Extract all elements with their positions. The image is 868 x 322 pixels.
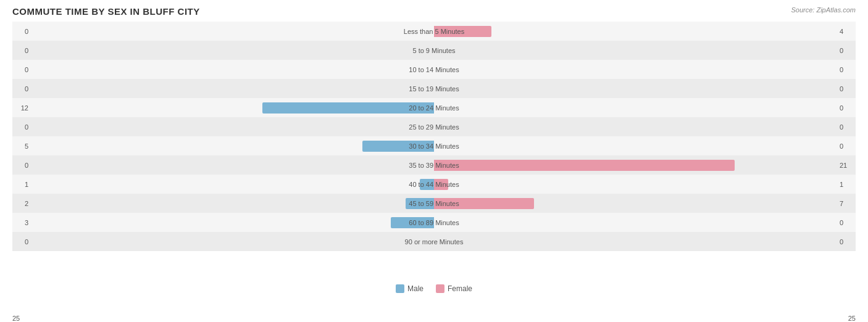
bars-section: 5 to 9 Minutes [31,41,837,60]
bars-section: 40 to 44 Minutes [31,175,837,194]
bars-section: 60 to 89 Minutes [31,213,837,232]
row-label: 25 to 29 Minutes [409,123,459,131]
male-bar-wrap [391,217,434,228]
bar-male-value: 0 [12,238,31,246]
bars-section: 45 to 59 Minutes [31,194,837,213]
bars-section: Less than 5 Minutes [31,22,837,41]
male-bar [391,217,434,228]
bar-female-value: 0 [837,219,856,226]
bar-male-value: 1 [12,181,31,188]
table-row: 530 to 34 Minutes0 [12,136,856,155]
bar-male-value: 12 [12,104,31,112]
legend-female: Female [436,284,472,293]
bar-male-value: 0 [12,28,31,35]
bar-female-value: 1 [837,181,856,188]
bar-male-value: 2 [12,200,31,207]
row-label: 15 to 19 Minutes [409,85,459,93]
chart-area: 0Less than 5 Minutes405 to 9 Minutes0010… [12,22,856,281]
bar-female-value: 0 [837,85,856,93]
bar-female-value: 0 [837,142,856,150]
row-label: 5 to 9 Minutes [412,47,455,54]
bars-section: 25 to 29 Minutes [31,117,837,136]
bar-female-value: 0 [837,123,856,131]
bars-section: 15 to 19 Minutes [31,79,837,98]
row-label: 90 or more Minutes [405,238,464,246]
table-row: 1220 to 24 Minutes0 [12,98,856,117]
bar-female-value: 0 [837,238,856,246]
male-bar-wrap [262,102,434,114]
table-row: 010 to 14 Minutes0 [12,60,856,79]
table-row: 090 or more Minutes0 [12,232,856,251]
male-bar-wrap [362,141,434,152]
table-row: 015 to 19 Minutes0 [12,79,856,98]
female-bar [434,26,491,37]
axis-left-max: 25 [12,315,20,322]
legend-female-label: Female [448,284,472,293]
female-bar-wrap [434,160,735,171]
legend-male-box [396,284,404,293]
bars-section: 90 or more Minutes [31,232,837,251]
bar-female-value: 0 [837,47,856,54]
male-bar [406,198,434,209]
bar-male-value: 0 [12,47,31,54]
bar-male-value: 5 [12,142,31,150]
bar-female-value: 21 [837,162,856,169]
female-bar [434,160,735,171]
bar-male-value: 0 [12,85,31,93]
bar-female-value: 4 [837,28,856,35]
chart-title: COMMUTE TIME BY SEX IN BLUFF CITY [12,6,856,17]
female-bar-wrap [434,198,534,209]
male-bar [262,102,434,114]
table-row: 025 to 29 Minutes0 [12,117,856,136]
male-bar [362,141,434,152]
bars-section: 10 to 14 Minutes [31,60,837,79]
female-bar-wrap [434,26,491,37]
chart-container: COMMUTE TIME BY SEX IN BLUFF CITY Source… [0,0,868,322]
bar-male-value: 0 [12,123,31,131]
table-row: 360 to 89 Minutes0 [12,213,856,232]
legend-female-box [436,284,444,293]
female-bar-wrap [434,179,448,190]
bars-section: 20 to 24 Minutes [31,98,837,117]
axis-right-max: 25 [848,315,856,322]
male-bar-wrap [406,198,434,209]
table-row: 245 to 59 Minutes7 [12,194,856,213]
female-bar [434,179,448,190]
legend: Male Female [12,284,856,293]
bar-male-value: 3 [12,219,31,226]
legend-male-label: Male [407,284,424,293]
table-row: 05 to 9 Minutes0 [12,41,856,60]
source-text: Source: ZipAtlas.com [791,6,856,14]
bar-female-value: 7 [837,200,856,207]
legend-male: Male [396,284,424,293]
table-row: 0Less than 5 Minutes4 [12,22,856,41]
bar-female-value: 0 [837,66,856,73]
bars-section: 30 to 34 Minutes [31,136,837,155]
bar-female-value: 0 [837,104,856,112]
table-row: 035 to 39 Minutes21 [12,155,856,175]
bars-section: 35 to 39 Minutes [31,155,837,175]
row-label: 10 to 14 Minutes [409,66,459,73]
male-bar-wrap [420,179,434,190]
bar-male-value: 0 [12,162,31,169]
female-bar [434,198,534,209]
table-row: 140 to 44 Minutes1 [12,175,856,194]
bar-male-value: 0 [12,66,31,73]
male-bar [420,179,434,190]
